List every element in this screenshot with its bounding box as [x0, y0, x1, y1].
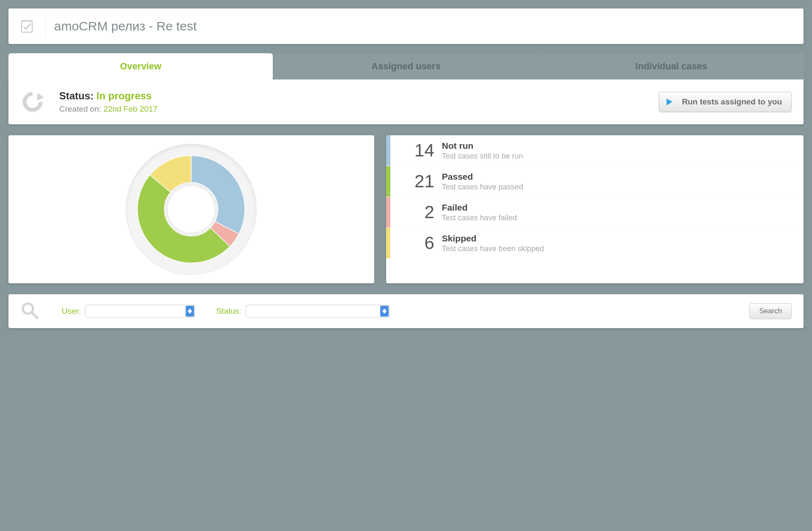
run-tests-button[interactable]: Run tests assigned to you [659, 92, 792, 112]
stat-title: Passed [442, 172, 523, 182]
stat-count: 21 [392, 171, 434, 192]
tabs-panel: Overview Assigned users Individual cases… [8, 53, 804, 124]
svg-marker-7 [37, 93, 44, 101]
stat-subtitle: Test cases have passed [442, 183, 523, 192]
stat-title: Skipped [442, 233, 544, 244]
stat-stripe [386, 166, 390, 197]
user-filter: User: [62, 305, 195, 318]
page-title: amoCRM релиз - Re test [54, 19, 197, 33]
status-label: Status: [59, 90, 93, 101]
tab-assigned-users[interactable]: Assigned users [274, 53, 538, 79]
search-bar: User: Status: Search [8, 294, 804, 328]
donut-chart [126, 144, 257, 275]
stat-subtitle: Test cases still to be run [442, 152, 523, 161]
stats-card: 14 Not run Test cases still to be run 21… [386, 135, 804, 283]
status-filter: Status: [216, 305, 389, 318]
tab-individual-cases[interactable]: Individual cases [539, 53, 804, 79]
stat-count: 14 [392, 140, 434, 161]
stat-count: 2 [392, 202, 434, 222]
stat-subtitle: Test cases have been skipped [442, 244, 544, 253]
stat-stripe [386, 135, 390, 166]
stat-title: Failed [442, 203, 517, 213]
stat-title: Not run [442, 141, 523, 151]
run-tests-label: Run tests assigned to you [682, 97, 782, 107]
stat-skipped[interactable]: 6 Skipped Test cases have been skipped [386, 228, 804, 258]
search-button[interactable]: Search [749, 303, 792, 319]
search-icon [20, 301, 41, 321]
stat-subtitle: Test cases have failed [442, 213, 517, 222]
user-filter-label: User: [62, 307, 81, 316]
notes-icon [20, 14, 46, 38]
page-header: amoCRM релиз - Re test [8, 8, 804, 44]
user-select[interactable] [85, 305, 195, 318]
stat-stripe [386, 197, 390, 227]
stat-stripe [386, 228, 390, 258]
svg-rect-0 [22, 21, 32, 32]
stat-count: 6 [392, 233, 434, 253]
svg-marker-8 [667, 99, 672, 105]
stat-failed[interactable]: 2 Failed Test cases have failed [386, 197, 804, 228]
created-label: Created on: [59, 104, 101, 113]
svg-line-10 [32, 312, 37, 318]
tab-overview[interactable]: Overview [8, 53, 273, 79]
stat-not-run[interactable]: 14 Not run Test cases still to be run [386, 135, 804, 166]
status-value: In progress [96, 90, 152, 101]
created-value: 22nd Feb 2017 [104, 104, 158, 113]
tabs: Overview Assigned users Individual cases [8, 53, 804, 79]
chart-card [8, 135, 374, 283]
status-select[interactable] [246, 305, 390, 318]
status-filter-label: Status: [216, 307, 241, 316]
stat-passed[interactable]: 21 Passed Test cases have passed [386, 166, 804, 197]
refresh-icon[interactable] [20, 90, 45, 114]
status-text: Status: In progress Created on: 22nd Feb… [59, 90, 659, 114]
status-panel: Status: In progress Created on: 22nd Feb… [8, 79, 804, 124]
play-icon [665, 98, 674, 106]
